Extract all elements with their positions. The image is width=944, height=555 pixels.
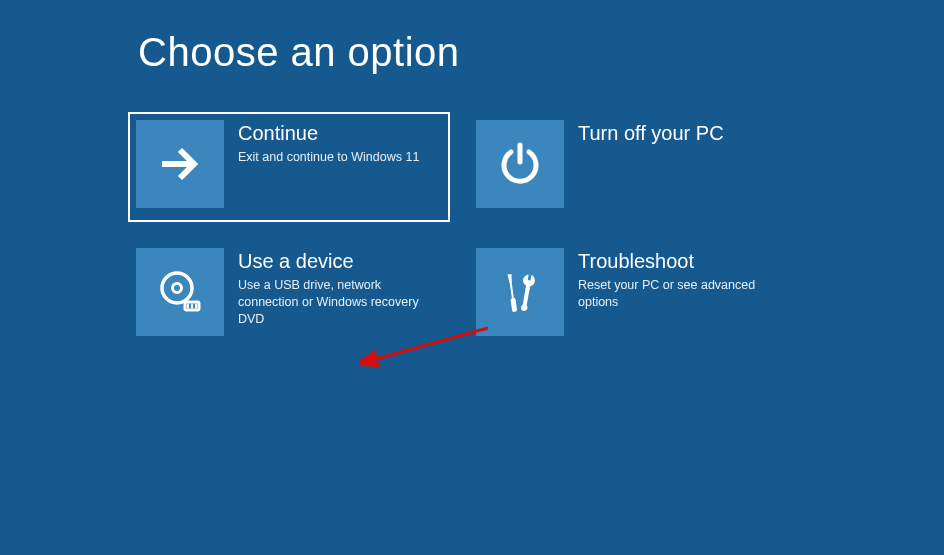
svg-rect-8 (510, 298, 517, 313)
option-use-a-device[interactable]: Use a device Use a USB drive, network co… (130, 242, 448, 348)
option-troubleshoot[interactable]: Troubleshoot Reset your PC or see advanc… (470, 242, 788, 348)
svg-point-2 (162, 273, 192, 303)
page-title: Choose an option (138, 30, 460, 75)
power-icon (476, 120, 564, 208)
option-title: Troubleshoot (578, 249, 779, 273)
disc-usb-icon (136, 248, 224, 336)
svg-point-12 (521, 304, 528, 311)
option-desc: Exit and continue to Windows 11 (238, 149, 439, 166)
option-text: Use a device Use a USB drive, network co… (224, 245, 445, 328)
option-desc: Use a USB drive, network connection or W… (238, 277, 439, 328)
svg-marker-10 (508, 274, 513, 284)
option-text: Turn off your PC (564, 117, 785, 149)
option-desc: Reset your PC or see advanced options (578, 277, 779, 311)
option-title: Use a device (238, 249, 439, 273)
svg-point-3 (173, 284, 182, 293)
option-title: Turn off your PC (578, 121, 779, 145)
option-list: Continue Exit and continue to Windows 11… (130, 114, 850, 348)
arrow-right-icon (136, 120, 224, 208)
option-text: Continue Exit and continue to Windows 11 (224, 117, 445, 166)
option-text: Troubleshoot Reset your PC or see advanc… (564, 245, 785, 311)
tools-icon (476, 248, 564, 336)
option-continue[interactable]: Continue Exit and continue to Windows 11 (130, 114, 448, 220)
option-turn-off-pc[interactable]: Turn off your PC (470, 114, 788, 220)
option-title: Continue (238, 121, 439, 145)
svg-rect-9 (510, 284, 514, 298)
